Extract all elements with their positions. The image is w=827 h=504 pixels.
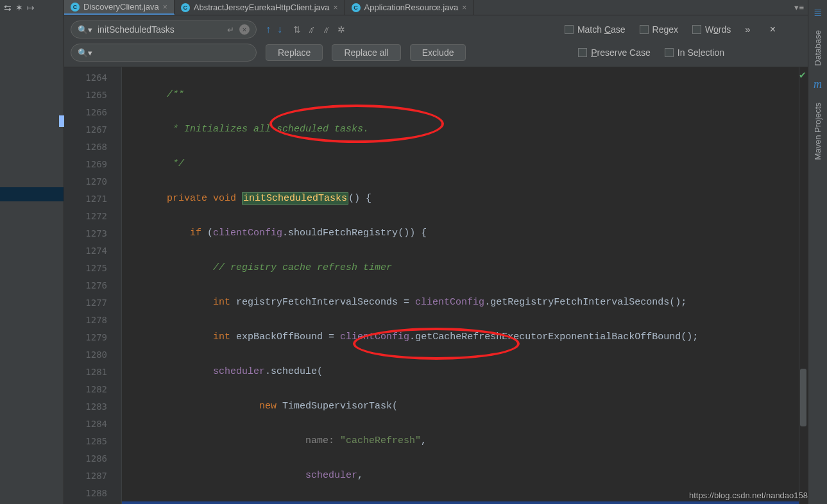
line-number: 1284 <box>64 415 121 432</box>
java-class-icon: C <box>352 3 361 12</box>
find-replace-bar: 🔍▾ ↵ × ↑ ↓ ⇅ ⫽ ⫽ ✲ Match Case <box>64 15 808 67</box>
right-tool-rail: ≣ Database m Maven Projects <box>808 0 827 504</box>
tabs-menu-icon[interactable]: ▾≡ <box>794 3 804 12</box>
tab-label: ApplicationResource.java <box>364 3 459 12</box>
line-number: 1286 <box>64 449 121 467</box>
tab-abstracthttpclient[interactable]: C AbstractJerseyEurekaHttpClient.java × <box>175 0 345 15</box>
toolbar-icon-1[interactable]: ⇆ <box>4 3 12 13</box>
close-icon[interactable]: × <box>163 3 167 12</box>
search-match: initScheduledTasks <box>242 192 348 205</box>
clear-search-icon[interactable]: × <box>239 24 250 35</box>
editor[interactable]: 1264 1265 1266 1267 1268 1269 1270 1271 … <box>64 67 808 504</box>
scrollbar-thumb[interactable] <box>800 369 806 426</box>
maven-tool-button[interactable]: Maven Projects <box>813 103 823 160</box>
tab-discoveryclient[interactable]: C DiscoveryClient.java × <box>64 0 175 15</box>
code-text: (); <box>681 332 698 342</box>
exclude-button[interactable]: Exclude <box>410 44 466 61</box>
words-checkbox[interactable]: Words <box>692 24 731 35</box>
code-text: scheduler <box>213 366 265 377</box>
line-number: 1274 <box>64 242 121 259</box>
code-text: void <box>207 193 242 204</box>
database-tool-button[interactable]: Database <box>813 30 823 66</box>
code-text: clientConfig <box>340 332 409 342</box>
find-settings-icon[interactable]: ✲ <box>336 24 347 35</box>
line-number: 1264 <box>64 69 121 86</box>
code-text: TimedSupervisorTask( <box>282 401 398 412</box>
code-text: , <box>357 470 363 481</box>
code-text: "cacheRefresh" <box>334 435 421 446</box>
database-icon[interactable]: ≣ <box>814 6 822 19</box>
find-input[interactable] <box>98 24 222 35</box>
search-icon: 🔍▾ <box>78 48 92 58</box>
find-prev-button[interactable]: ↑ <box>266 24 271 35</box>
code-text: . <box>409 332 415 342</box>
code-text: * Initializes all scheduled tasks. <box>167 124 369 135</box>
preserve-case-checkbox[interactable]: Preserve Case <box>578 47 651 58</box>
line-number: 1281 <box>64 363 121 380</box>
line-number: 1278 <box>64 311 121 328</box>
project-selected-row <box>0 187 64 201</box>
line-number: 1268 <box>64 138 121 155</box>
current-line: cacheRefreshExecutor, <box>122 501 799 504</box>
code-text: . <box>265 366 271 377</box>
remove-selection-icon[interactable]: ⫽ <box>320 24 333 35</box>
find-next-button[interactable]: ↓ <box>277 24 282 35</box>
line-number: 1279 <box>64 328 121 346</box>
inspection-ok-icon: ✔ <box>799 70 806 80</box>
close-icon[interactable]: × <box>333 3 337 12</box>
in-selection-checkbox[interactable]: In Selection <box>665 47 724 58</box>
replace-input-box[interactable]: 🔍▾ <box>71 44 257 62</box>
line-number: 1265 <box>64 86 121 103</box>
java-class-icon: C <box>181 3 190 12</box>
tab-applicationresource[interactable]: C ApplicationResource.java × <box>345 0 474 15</box>
find-input-box[interactable]: 🔍▾ ↵ × <box>71 21 257 38</box>
add-selection-icon[interactable]: ⫽ <box>305 24 318 35</box>
line-number: 1288 <box>64 484 121 501</box>
replace-input[interactable] <box>98 47 250 58</box>
error-stripe[interactable]: ✔ <box>799 67 808 504</box>
code-text: , <box>421 435 427 446</box>
match-case-checkbox[interactable]: Match Case <box>565 24 626 35</box>
code-area[interactable]: /** * Initializes all scheduled tasks. *… <box>122 67 799 504</box>
code-text: . <box>484 297 490 308</box>
code-text: new <box>259 401 282 412</box>
line-number: 1277 <box>64 294 121 311</box>
line-number: 1273 <box>64 224 121 242</box>
code-text: (); <box>669 297 686 308</box>
more-options-icon[interactable]: » <box>745 24 750 35</box>
close-find-icon[interactable]: × <box>770 24 776 35</box>
code-text: () { <box>348 193 371 204</box>
code-text: expBackOffBound = <box>236 332 340 342</box>
project-tool-window[interactable] <box>0 0 64 504</box>
line-number: 1283 <box>64 398 121 415</box>
toolbar-icon-2[interactable]: ✶ <box>15 3 23 13</box>
replace-all-button[interactable]: Replace all <box>332 44 400 61</box>
code-text: clientConfig <box>213 228 282 239</box>
editor-tabs: C DiscoveryClient.java × C AbstractJerse… <box>64 0 808 15</box>
close-icon[interactable]: × <box>462 3 466 12</box>
toolbar-icon-3[interactable]: ↦ <box>27 3 35 13</box>
line-number: 1287 <box>64 467 121 484</box>
line-number: 1282 <box>64 380 121 398</box>
code-text: ( <box>207 228 213 239</box>
maven-icon[interactable]: m <box>814 78 822 91</box>
code-text: getRegistryFetchIntervalSeconds <box>490 297 669 308</box>
code-text: registryFetchIntervalSeconds = <box>236 297 415 308</box>
code-text: int <box>213 332 236 342</box>
line-number: 1285 <box>64 432 121 449</box>
replace-button[interactable]: Replace <box>266 44 323 61</box>
select-all-occurrences-icon[interactable]: ⇅ <box>291 24 303 35</box>
code-text: name: <box>305 435 334 446</box>
line-gutter: 1264 1265 1266 1267 1268 1269 1270 1271 … <box>64 67 122 504</box>
line-number: 1272 <box>64 207 121 224</box>
line-number: 1270 <box>64 172 121 190</box>
regex-checkbox[interactable]: Regex <box>640 24 679 35</box>
code-text: clientConfig <box>415 297 484 308</box>
search-icon: 🔍▾ <box>78 25 92 35</box>
enter-icon: ↵ <box>227 25 234 35</box>
code-text: shouldFetchRegistry <box>288 228 398 239</box>
code-text: /** <box>167 89 184 100</box>
code-text: private <box>167 193 207 204</box>
code-text: // registry cache refresh timer <box>213 262 392 273</box>
code-text: ()) { <box>398 228 427 239</box>
